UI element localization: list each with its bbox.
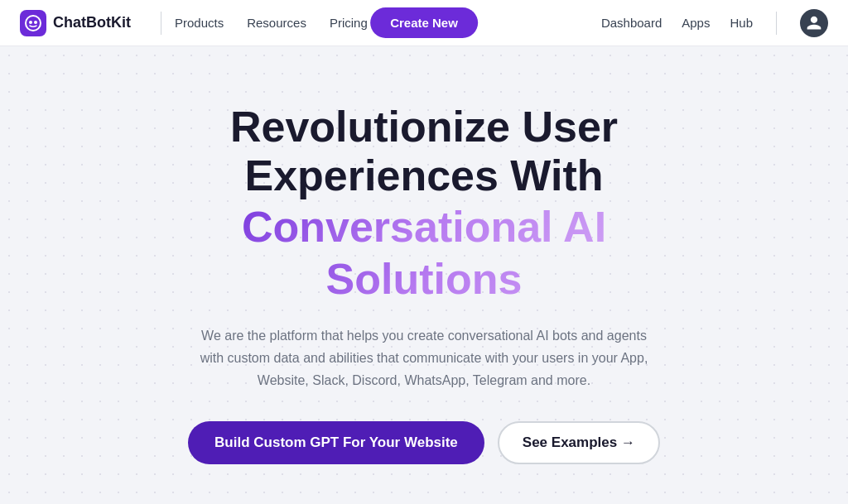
hero-content: Revolutionize User Experiences With Conv…: [188, 103, 660, 465]
svg-point-2: [34, 21, 37, 24]
hero-section: Revolutionize User Experiences With Conv…: [0, 46, 848, 504]
nav-link-products[interactable]: Products: [175, 16, 224, 30]
nav-link-resources[interactable]: Resources: [247, 16, 306, 30]
nav-link-pricing[interactable]: Pricing: [330, 16, 368, 30]
logo[interactable]: ChatBotKit: [20, 10, 131, 36]
build-gpt-button[interactable]: Build Custom GPT For Your Website: [188, 421, 484, 464]
svg-point-1: [29, 21, 32, 24]
hero-title-line2: Experiences With: [188, 151, 660, 201]
create-new-button[interactable]: Create New: [370, 7, 478, 38]
nav-link-dashboard[interactable]: Dashboard: [601, 16, 662, 30]
hero-title-line4: Solutions: [188, 253, 660, 305]
see-examples-button[interactable]: See Examples →: [498, 421, 660, 464]
nav-divider-left: [161, 12, 161, 35]
hero-title-line1: Revolutionize User: [188, 103, 660, 152]
hero-title-line3: Conversational AI: [188, 201, 660, 252]
hero-title: Revolutionize User Experiences With Conv…: [188, 103, 660, 305]
hero-buttons: Build Custom GPT For Your Website See Ex…: [188, 421, 660, 464]
navbar: ChatBotKit Products Resources Pricing Cr…: [0, 0, 848, 46]
logo-icon: [20, 10, 46, 36]
nav-links-right: Dashboard Apps Hub: [601, 9, 828, 37]
nav-link-apps[interactable]: Apps: [682, 16, 710, 30]
nav-divider-right: [776, 12, 777, 35]
hero-subtitle: We are the platform that helps you creat…: [192, 324, 656, 392]
user-avatar[interactable]: [800, 9, 828, 37]
nav-center: Create New: [370, 7, 478, 38]
logo-text: ChatBotKit: [53, 14, 131, 31]
nav-link-hub[interactable]: Hub: [730, 16, 753, 30]
svg-point-0: [26, 16, 41, 31]
